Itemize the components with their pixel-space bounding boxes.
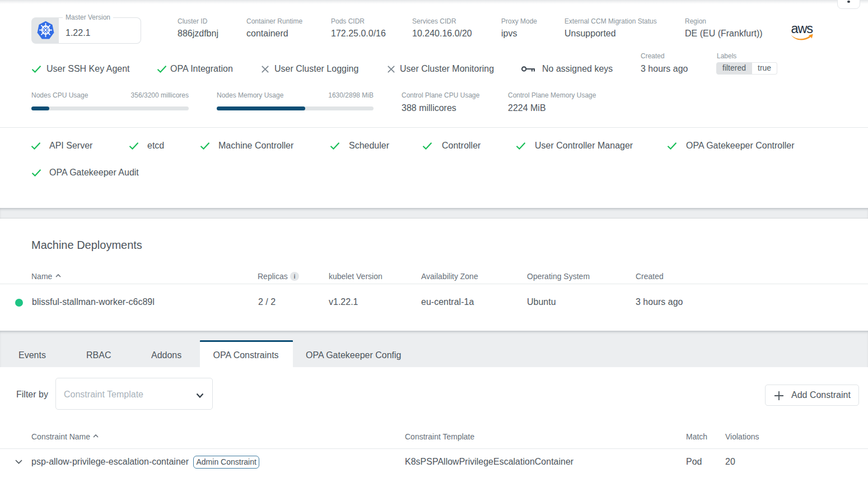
svg-text:aws: aws (791, 22, 813, 36)
